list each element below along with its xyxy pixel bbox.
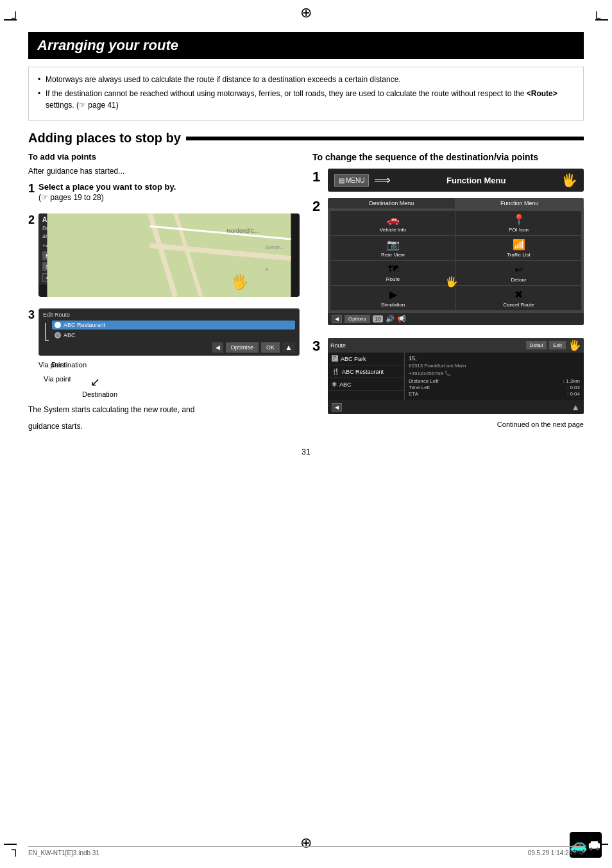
notes-box: Motorways are always used to calculate t… [28,67,584,121]
right-step2-num: 2 [312,198,323,215]
note-2: If the destination cannot be reached wit… [38,88,574,111]
route-item-2: ABC [52,331,295,340]
route-hand: 🖐 [445,276,458,288]
vehicle-info-item[interactable]: 🚗 Vehicle Info [330,211,455,235]
step2-screen-area: ABC Restaurant Berger Straße 184, 60385 … [38,213,300,303]
heading-bar [186,137,584,140]
rear-view-item[interactable]: 📷 Rear View [330,236,455,260]
section-heading: Adding places to stop by [28,131,584,146]
menu-button[interactable]: ▤ MENU [334,174,369,187]
destination-bottom: Destination [44,389,300,399]
reg-right-top [595,19,608,21]
edit-route-screen: Edit Route ABC Restaurant ABC [38,308,300,356]
svg-text:Bonner...: Bonner... [266,245,284,249]
detour-item[interactable]: ↩ Detour [456,261,581,285]
crosshair-top [300,6,312,19]
reg-mark-bl: ┐ [12,843,20,856]
route-items: ABC Restaurant ABC [43,321,295,340]
ok-btn[interactable]: OK [261,342,280,353]
item-icon-2 [55,332,61,338]
footer-bar: EN_KW-NT1[E]3.indb 31 09.5.29 1:14:24 PM [28,846,584,856]
route-item-1: ABC Restaurant [52,321,295,330]
rl-icon-2: 🍴 [332,368,339,375]
time-left-label: Time Left [409,385,430,390]
traffic-list-icon: 📶 [513,238,525,251]
reg-mark-tl: ┘ [12,12,20,25]
eta-row: ETA : 0:04 [409,391,580,397]
menu-label: MENU [346,177,364,184]
footer-left: EN_KW-NT1[E]3.indb 31 [28,849,99,856]
step1-content: Select a place you want to stop by. (☞ p… [38,182,176,208]
back-btn-edit[interactable]: ◀ [212,342,223,353]
rear-view-icon: 📷 [387,238,400,251]
info-phone: +49123456789 📞 [409,371,580,376]
footer-icon: 🔊 [386,315,395,323]
map-screen: ABC Restaurant Berger Straße 184, 60385 … [38,213,300,297]
step1-num: 1 [28,182,35,196]
rear-view-label: Rear View [381,252,405,258]
route-detail-header: Route Detail Edit 🖐 [328,338,584,353]
options-btn-dest[interactable]: Options [344,315,370,323]
rl-icon-1: 🅿 [332,355,338,362]
right-column: To change the sequence of the destinatio… [312,152,584,437]
destination-text: Destination [82,390,117,398]
right-step2-content: Destination Menu Function Menu 🚗 Vehicle… [328,198,584,331]
rl-text-2: ABC Restaurant [342,369,384,375]
route-list-item-2: 🍴 ABC Restaurant [328,365,404,378]
step2-num: 2 [28,213,35,227]
page-title: Arranging your route [37,37,575,54]
title-banner: Arranging your route [28,32,584,59]
bracket-indicator [45,323,49,341]
right-sub-text: To change the sequence of the destinatio… [312,152,538,162]
tab-destination-menu[interactable]: Destination Menu [328,198,456,208]
step3-container: 3 Edit Route ABC Restaurant ABC [28,308,300,370]
bottom-labels: Via point ↙ [44,375,300,389]
right-step1-content: ▤ MENU ⟹ Function Menu 🖐 [328,169,584,192]
step1-container: 1 Select a place you want to stop by. (☞… [28,182,300,208]
tab-function-menu[interactable]: Function Menu [456,198,584,208]
eta-val: : 0:04 [567,391,580,397]
route-detail-screen: Route Detail Edit 🖐 🅿 ABC Park [328,338,584,414]
route-item[interactable]: 🗺 Route 🖐 [330,261,455,285]
step2-container: 2 ABC Restaurant Berger Straße 184, 6038… [28,213,300,303]
svg-rect-1 [591,841,599,845]
time-left-row: Time Left : 0:03 [409,385,580,390]
edit-buttons: ◀ Optimise OK ▲ [43,342,295,353]
via-point-label: Via point [38,361,66,369]
route-info-panel: 15, 60313 Frankfurt am Main +49123456789… [405,353,584,400]
item-text-2: ABC [64,332,76,338]
dest-func-footer: ◀ Options 10 🔊 📢 [328,313,584,325]
eta-label: ETA [409,391,418,397]
simulation-item[interactable]: ▶ Simulation [330,286,455,310]
back-btn-route[interactable]: ◀ [332,403,342,412]
dest-func-screen: Destination Menu Function Menu 🚗 Vehicle… [328,198,584,325]
svg-point-3 [596,847,599,850]
back-btn-dest[interactable]: ◀ [332,315,342,323]
edit-btn[interactable]: Edit [549,341,566,349]
two-col-layout: To add via points After guidance has sta… [28,152,584,437]
edit-hand: 🖐 [568,339,581,351]
nav-btn-edit[interactable]: ▲ [282,342,295,353]
reg-left-bottom [4,844,17,845]
bottom-line2: guidance starts. [28,421,300,432]
poi-icon-item[interactable]: 📍 POI Icon [456,211,581,235]
map-roads: Nordend/C... E Bonner... [38,213,300,297]
main-content: Arranging your route Motorways are alway… [28,32,584,836]
left-body-text: After guidance has started... [28,165,300,177]
route-list-item-1: 🅿 ABC Park [328,353,404,365]
simulation-icon: ▶ [389,288,397,301]
vehicle-info-icon: 🚗 [387,213,400,226]
cancel-route-label: Cancel Route [503,302,534,308]
cancel-route-item[interactable]: ✖ Cancel Route [456,286,581,310]
cancel-route-icon: ✖ [514,288,523,301]
traffic-list-item[interactable]: 📶 Traffic List [456,236,581,260]
right-sub-heading: To change the sequence of the destinatio… [312,152,584,162]
reg-left-top [4,19,17,21]
detail-btn[interactable]: Detail [526,341,547,349]
function-menu-label: Function Menu [396,176,556,185]
right-step3: 3 Route Detail Edit 🖐 [312,338,584,414]
optimise-btn[interactable]: Optimise [226,342,259,353]
menu-icon: ▤ [339,177,344,184]
right-step2: 2 Destination Menu Function Menu 🚗 Vehi [312,198,584,331]
dist-left-row: Distance Left : 1.2km [409,378,580,384]
